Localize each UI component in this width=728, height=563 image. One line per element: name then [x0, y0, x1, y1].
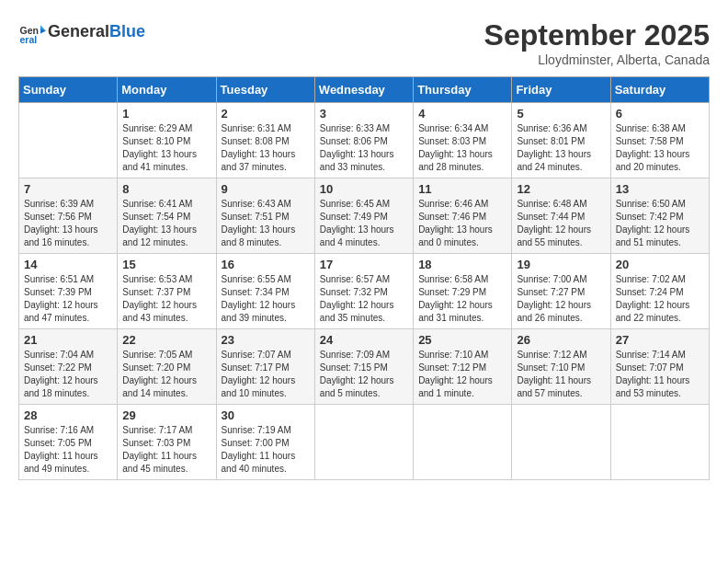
calendar-table: SundayMondayTuesdayWednesdayThursdayFrid… [18, 76, 710, 480]
header-row: SundayMondayTuesdayWednesdayThursdayFrid… [19, 77, 710, 103]
calendar-cell: 12Sunrise: 6:48 AM Sunset: 7:44 PM Dayli… [512, 178, 610, 254]
day-number: 13 [616, 182, 704, 196]
calendar-cell [512, 405, 610, 480]
calendar-cell [19, 103, 118, 178]
month-title: September 2025 [484, 18, 710, 52]
calendar-week-row: 14Sunrise: 6:51 AM Sunset: 7:39 PM Dayli… [19, 254, 710, 329]
day-info: Sunrise: 7:05 AM Sunset: 7:20 PM Dayligh… [122, 349, 210, 400]
day-info: Sunrise: 6:53 AM Sunset: 7:37 PM Dayligh… [122, 273, 210, 325]
day-info: Sunrise: 6:38 AM Sunset: 7:58 PM Dayligh… [616, 122, 704, 174]
day-of-week-header: Thursday [414, 77, 512, 103]
location: Lloydminster, Alberta, Canada [484, 52, 710, 67]
calendar-week-row: 1Sunrise: 6:29 AM Sunset: 8:10 PM Daylig… [19, 103, 710, 178]
day-info: Sunrise: 7:16 AM Sunset: 7:05 PM Dayligh… [24, 424, 112, 476]
day-number: 17 [320, 258, 408, 271]
day-number: 18 [418, 258, 506, 271]
day-info: Sunrise: 6:48 AM Sunset: 7:44 PM Dayligh… [517, 198, 605, 249]
calendar-cell: 20Sunrise: 7:02 AM Sunset: 7:24 PM Dayli… [610, 254, 709, 329]
day-number: 14 [24, 258, 112, 271]
day-info: Sunrise: 7:14 AM Sunset: 7:07 PM Dayligh… [616, 349, 704, 400]
day-number: 10 [320, 182, 408, 196]
day-of-week-header: Saturday [610, 77, 709, 103]
day-info: Sunrise: 6:43 AM Sunset: 7:51 PM Dayligh… [222, 198, 310, 249]
day-number: 7 [24, 182, 112, 196]
day-number: 29 [122, 408, 210, 422]
calendar-cell [314, 405, 413, 480]
day-info: Sunrise: 6:51 AM Sunset: 7:39 PM Dayligh… [24, 273, 112, 325]
day-info: Sunrise: 6:55 AM Sunset: 7:34 PM Dayligh… [222, 273, 310, 325]
day-number: 1 [122, 107, 210, 121]
calendar-cell: 26Sunrise: 7:12 AM Sunset: 7:10 PM Dayli… [512, 329, 610, 405]
day-info: Sunrise: 6:57 AM Sunset: 7:32 PM Dayligh… [320, 273, 408, 325]
calendar-cell: 9Sunrise: 6:43 AM Sunset: 7:51 PM Daylig… [216, 178, 314, 254]
calendar-week-row: 7Sunrise: 6:39 AM Sunset: 7:56 PM Daylig… [19, 178, 710, 254]
day-number: 27 [616, 333, 704, 347]
day-number: 22 [122, 333, 210, 347]
day-info: Sunrise: 6:50 AM Sunset: 7:42 PM Dayligh… [616, 198, 704, 249]
calendar-cell: 3Sunrise: 6:33 AM Sunset: 8:06 PM Daylig… [314, 103, 413, 178]
day-info: Sunrise: 7:12 AM Sunset: 7:10 PM Dayligh… [517, 349, 605, 400]
day-number: 11 [418, 182, 506, 196]
logo-icon: Gen eral [18, 18, 46, 46]
day-number: 19 [517, 258, 605, 271]
svg-text:eral: eral [20, 34, 38, 45]
calendar-cell: 28Sunrise: 7:16 AM Sunset: 7:05 PM Dayli… [19, 405, 118, 480]
day-info: Sunrise: 6:34 AM Sunset: 8:03 PM Dayligh… [418, 122, 506, 174]
day-info: Sunrise: 7:07 AM Sunset: 7:17 PM Dayligh… [222, 349, 310, 400]
day-of-week-header: Tuesday [216, 77, 314, 103]
calendar-cell [414, 405, 512, 480]
page-header: Gen eral GeneralBlue September 2025 Lloy… [18, 18, 710, 67]
day-info: Sunrise: 6:36 AM Sunset: 8:01 PM Dayligh… [517, 122, 605, 174]
day-info: Sunrise: 6:39 AM Sunset: 7:56 PM Dayligh… [24, 198, 112, 249]
day-number: 5 [517, 107, 605, 121]
day-info: Sunrise: 6:33 AM Sunset: 8:06 PM Dayligh… [320, 122, 408, 174]
day-info: Sunrise: 7:00 AM Sunset: 7:27 PM Dayligh… [517, 273, 605, 325]
calendar-cell: 22Sunrise: 7:05 AM Sunset: 7:20 PM Dayli… [118, 329, 216, 405]
calendar-cell: 4Sunrise: 6:34 AM Sunset: 8:03 PM Daylig… [414, 103, 512, 178]
day-number: 20 [616, 258, 704, 271]
calendar-cell: 21Sunrise: 7:04 AM Sunset: 7:22 PM Dayli… [19, 329, 118, 405]
day-number: 21 [24, 333, 112, 347]
day-number: 6 [616, 107, 704, 121]
calendar-cell: 16Sunrise: 6:55 AM Sunset: 7:34 PM Dayli… [216, 254, 314, 329]
day-info: Sunrise: 6:41 AM Sunset: 7:54 PM Dayligh… [122, 198, 210, 249]
calendar-cell: 8Sunrise: 6:41 AM Sunset: 7:54 PM Daylig… [118, 178, 216, 254]
calendar-header: SundayMondayTuesdayWednesdayThursdayFrid… [19, 77, 710, 103]
day-info: Sunrise: 7:02 AM Sunset: 7:24 PM Dayligh… [616, 273, 704, 325]
day-info: Sunrise: 7:04 AM Sunset: 7:22 PM Dayligh… [24, 349, 112, 400]
day-number: 12 [517, 182, 605, 196]
calendar-body: 1Sunrise: 6:29 AM Sunset: 8:10 PM Daylig… [19, 103, 710, 480]
day-info: Sunrise: 6:45 AM Sunset: 7:49 PM Dayligh… [320, 198, 408, 249]
logo-text: GeneralBlue [48, 22, 145, 42]
day-number: 15 [122, 258, 210, 271]
logo: Gen eral GeneralBlue [18, 18, 145, 46]
calendar-cell: 18Sunrise: 6:58 AM Sunset: 7:29 PM Dayli… [414, 254, 512, 329]
day-number: 24 [320, 333, 408, 347]
day-number: 8 [122, 182, 210, 196]
day-info: Sunrise: 7:17 AM Sunset: 7:03 PM Dayligh… [122, 424, 210, 476]
calendar-cell: 7Sunrise: 6:39 AM Sunset: 7:56 PM Daylig… [19, 178, 118, 254]
day-info: Sunrise: 6:46 AM Sunset: 7:46 PM Dayligh… [418, 198, 506, 249]
calendar-cell: 29Sunrise: 7:17 AM Sunset: 7:03 PM Dayli… [118, 405, 216, 480]
calendar-cell: 24Sunrise: 7:09 AM Sunset: 7:15 PM Dayli… [314, 329, 413, 405]
day-number: 28 [24, 408, 112, 422]
day-info: Sunrise: 6:58 AM Sunset: 7:29 PM Dayligh… [418, 273, 506, 325]
day-number: 9 [222, 182, 310, 196]
calendar-cell: 10Sunrise: 6:45 AM Sunset: 7:49 PM Dayli… [314, 178, 413, 254]
calendar-cell: 13Sunrise: 6:50 AM Sunset: 7:42 PM Dayli… [610, 178, 709, 254]
day-number: 26 [517, 333, 605, 347]
day-of-week-header: Monday [118, 77, 216, 103]
calendar-cell: 15Sunrise: 6:53 AM Sunset: 7:37 PM Dayli… [118, 254, 216, 329]
calendar-cell: 6Sunrise: 6:38 AM Sunset: 7:58 PM Daylig… [610, 103, 709, 178]
day-number: 23 [222, 333, 310, 347]
day-info: Sunrise: 6:29 AM Sunset: 8:10 PM Dayligh… [122, 122, 210, 174]
day-number: 16 [222, 258, 310, 271]
calendar-cell: 17Sunrise: 6:57 AM Sunset: 7:32 PM Dayli… [314, 254, 413, 329]
calendar-cell: 25Sunrise: 7:10 AM Sunset: 7:12 PM Dayli… [414, 329, 512, 405]
calendar-cell: 14Sunrise: 6:51 AM Sunset: 7:39 PM Dayli… [19, 254, 118, 329]
calendar-cell: 2Sunrise: 6:31 AM Sunset: 8:08 PM Daylig… [216, 103, 314, 178]
day-info: Sunrise: 6:31 AM Sunset: 8:08 PM Dayligh… [222, 122, 310, 174]
day-of-week-header: Friday [512, 77, 610, 103]
calendar-cell: 19Sunrise: 7:00 AM Sunset: 7:27 PM Dayli… [512, 254, 610, 329]
calendar-cell: 11Sunrise: 6:46 AM Sunset: 7:46 PM Dayli… [414, 178, 512, 254]
